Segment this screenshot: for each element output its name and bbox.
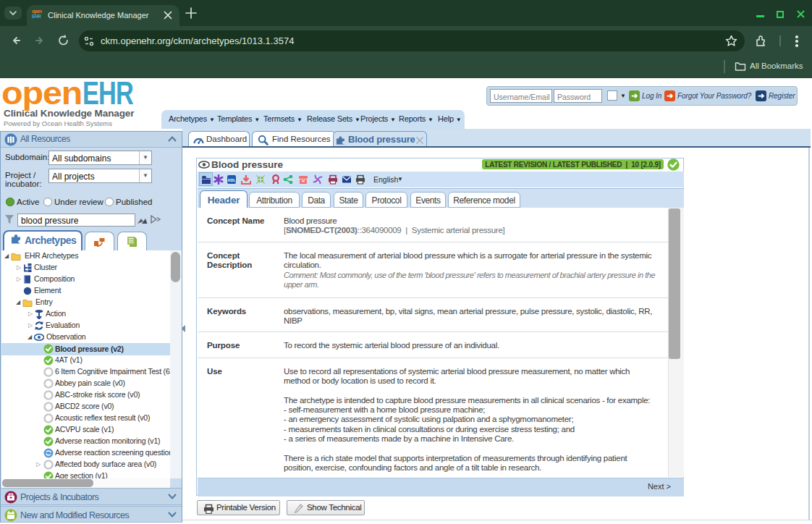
- svg-text:ADL: ADL: [227, 178, 236, 182]
